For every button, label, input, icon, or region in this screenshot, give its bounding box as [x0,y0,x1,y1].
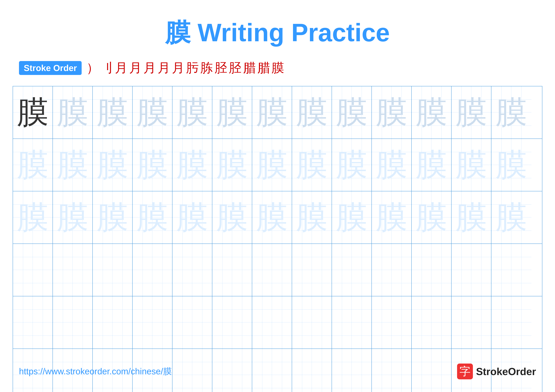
char-0-7: 膜 [296,91,328,134]
grid-cell-3-5[interactable] [212,244,252,296]
grid-cell-2-0[interactable]: 膜 [13,191,53,243]
grid-cell-2-3[interactable]: 膜 [132,191,172,243]
char-0-9: 膜 [376,91,407,134]
grid-cell-4-8[interactable] [332,296,372,349]
grid-cell-1-6[interactable]: 膜 [252,139,292,191]
grid-cell-1-9[interactable]: 膜 [372,139,412,191]
grid-cell-1-8[interactable]: 膜 [332,139,372,191]
stroke-order-badge: Stroke Order [19,61,82,75]
grid-cell-3-9[interactable] [372,244,412,296]
grid-cell-4-4[interactable] [172,296,212,349]
char-0-1: 膜 [57,91,88,134]
grid-row-4 [13,296,542,349]
grid-cell-3-3[interactable] [132,244,172,296]
grid-cell-3-11[interactable] [452,244,491,296]
char-1-8: 膜 [336,143,367,186]
char-2-11: 膜 [455,196,487,239]
stroke-step-9: 胫 [215,59,227,77]
grid-row-3 [13,244,542,296]
grid-cell-1-4[interactable]: 膜 [172,139,212,191]
grid-cell-0-6[interactable]: 膜 [252,86,292,139]
char-1-1: 膜 [57,143,88,186]
char-2-8: 膜 [336,196,367,239]
char-0-11: 膜 [455,91,487,134]
grid-cell-1-1[interactable]: 膜 [53,139,93,191]
grid-cell-0-9[interactable]: 膜 [372,86,412,139]
grid-cell-2-9[interactable]: 膜 [372,191,412,243]
grid-cell-4-7[interactable] [292,296,332,349]
grid-cell-4-3[interactable] [132,296,172,349]
char-2-9: 膜 [376,196,407,239]
char-0-5: 膜 [216,91,248,134]
grid-cell-2-7[interactable]: 膜 [292,191,332,243]
char-1-10: 膜 [416,143,447,186]
grid-cell-3-12[interactable] [491,244,531,296]
grid-cell-0-1[interactable]: 膜 [53,86,93,139]
grid-cell-3-4[interactable] [172,244,212,296]
grid-cell-0-7[interactable]: 膜 [292,86,332,139]
grid-cell-1-10[interactable]: 膜 [412,139,452,191]
grid-cell-4-11[interactable] [452,296,491,349]
grid-cell-3-7[interactable] [292,244,332,296]
grid-cell-2-12[interactable]: 膜 [491,191,531,243]
grid-cell-0-5[interactable]: 膜 [212,86,252,139]
char-2-12: 膜 [496,196,527,239]
grid-cell-3-6[interactable] [252,244,292,296]
grid-cell-0-12[interactable]: 膜 [491,86,531,139]
stroke-step-8: 胨 [200,59,213,77]
grid-cell-2-2[interactable]: 膜 [93,191,132,243]
grid-cell-4-2[interactable] [93,296,132,349]
grid-cell-2-1[interactable]: 膜 [53,191,93,243]
grid-cell-0-3[interactable]: 膜 [132,86,172,139]
footer-logo: 字 StrokeOrder [457,363,536,379]
stroke-step-3: 月 [129,59,142,77]
char-0-0: 膜 [17,91,49,134]
grid-cell-1-2[interactable]: 膜 [93,139,132,191]
grid-cell-4-9[interactable] [372,296,412,349]
char-1-12: 膜 [496,143,527,186]
footer-url[interactable]: https://www.strokeorder.com/chinese/膜 [19,366,172,377]
stroke-step-0: ） [86,59,99,77]
grid-cell-2-4[interactable]: 膜 [172,191,212,243]
grid-cell-2-8[interactable]: 膜 [332,191,372,243]
char-1-11: 膜 [455,143,487,186]
grid-cell-2-10[interactable]: 膜 [412,191,452,243]
grid-cell-3-8[interactable] [332,244,372,296]
grid-cell-4-1[interactable] [53,296,93,349]
grid-cell-3-2[interactable] [93,244,132,296]
grid-cell-0-0[interactable]: 膜 [13,86,53,139]
grid-cell-1-11[interactable]: 膜 [452,139,491,191]
grid-cell-3-1[interactable] [53,244,93,296]
grid-cell-1-0[interactable]: 膜 [13,139,53,191]
stroke-step-1: 刂 [101,59,113,77]
grid-cell-3-10[interactable] [412,244,452,296]
char-1-9: 膜 [376,143,407,186]
stroke-step-7: 肟 [186,59,199,77]
grid-cell-0-8[interactable]: 膜 [332,86,372,139]
grid-cell-2-5[interactable]: 膜 [212,191,252,243]
grid-cell-1-7[interactable]: 膜 [292,139,332,191]
logo-icon: 字 [457,363,473,379]
grid-cell-4-0[interactable] [13,296,53,349]
char-2-10: 膜 [416,196,447,239]
stroke-step-5: 月 [158,59,170,77]
grid-cell-2-6[interactable]: 膜 [252,191,292,243]
grid-cell-1-12[interactable]: 膜 [491,139,531,191]
char-2-0: 膜 [17,196,49,239]
grid-cell-0-10[interactable]: 膜 [412,86,452,139]
grid-cell-4-5[interactable] [212,296,252,349]
grid-cell-2-11[interactable]: 膜 [452,191,491,243]
grid-cell-1-3[interactable]: 膜 [132,139,172,191]
grid-cell-4-6[interactable] [252,296,292,349]
char-0-8: 膜 [336,91,367,134]
stroke-step-10: 胫 [229,59,241,77]
grid-cell-0-11[interactable]: 膜 [452,86,491,139]
grid-cell-0-2[interactable]: 膜 [93,86,132,139]
grid-cell-3-0[interactable] [13,244,53,296]
grid-cell-1-5[interactable]: 膜 [212,139,252,191]
char-1-6: 膜 [256,143,288,186]
practice-grid: 膜膜膜膜膜膜膜膜膜膜膜膜膜膜膜膜膜膜膜膜膜膜膜膜膜膜膜膜膜膜膜膜膜膜膜膜膜膜膜 [13,86,542,392]
grid-cell-4-10[interactable] [412,296,452,349]
grid-cell-4-12[interactable] [491,296,531,349]
grid-cell-0-4[interactable]: 膜 [172,86,212,139]
